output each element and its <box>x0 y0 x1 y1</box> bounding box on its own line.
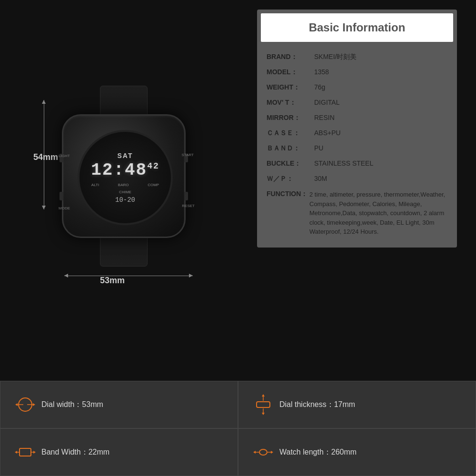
info-row-case: ＣＡＳＥ： ABS+PU <box>267 126 447 141</box>
dial-thickness-icon <box>253 394 274 415</box>
comp-label: COMP <box>148 183 159 187</box>
chime-label: CHIME <box>119 190 131 194</box>
svg-marker-8 <box>262 394 265 397</box>
button-left-bottom[interactable] <box>60 192 63 200</box>
band-width-icon <box>15 442 36 463</box>
watch-day: SAT <box>82 152 169 159</box>
value-mirror: RESIN <box>314 114 447 121</box>
watch-seconds: 42 <box>147 161 159 171</box>
dial-width-icon <box>15 394 36 415</box>
watch-time: 12:4842 <box>82 160 169 180</box>
value-brand: SKMEI/时刻美 <box>314 53 447 61</box>
info-row-movt: MOV' T： DIGITAL <box>267 95 447 110</box>
watch-date: 10-20 <box>82 196 169 204</box>
label-case: ＣＡＳＥ： <box>267 129 314 138</box>
watch-length-label: Watch length：260mm <box>279 447 357 457</box>
stat-watch-length: Watch length：260mm <box>238 428 476 476</box>
label-weight: WEIGHT： <box>267 83 314 92</box>
button-right-bottom[interactable] <box>184 192 188 200</box>
chime-label-row: CHIME <box>82 190 169 194</box>
svg-point-15 <box>259 449 267 455</box>
main-section: 54mm 53mm DUAL TIME SKMEI <box>0 0 476 381</box>
watch-length-icon <box>253 442 274 463</box>
svg-marker-3 <box>15 403 18 406</box>
band-width-value: 22mm <box>89 448 109 456</box>
width-label: 53mm <box>100 276 125 286</box>
dial-thickness-value: 17mm <box>334 400 355 408</box>
dial-thickness-label: Dial thickness：17mm <box>279 400 355 410</box>
value-weight: 76g <box>314 83 447 91</box>
watch-image-side: 54mm 53mm DUAL TIME SKMEI <box>0 0 248 381</box>
svg-marker-9 <box>262 413 265 415</box>
reset-label: RESET <box>182 204 195 208</box>
bottom-stats-strip: Dial width：53mm Dial thickness：17mm Band… <box>0 381 476 476</box>
label-band: ＢＡＮＤ： <box>267 144 314 153</box>
info-side: Basic Information BRAND： SKMEI/时刻美 MODEL… <box>248 0 466 381</box>
svg-marker-4 <box>33 403 35 406</box>
info-row-model: MODEL： 1358 <box>267 65 447 80</box>
start-label: START <box>182 153 194 157</box>
info-row-mirror: MIRROR： RESIN <box>267 110 447 126</box>
svg-marker-18 <box>253 451 256 454</box>
alti-label: ALTI <box>91 183 99 187</box>
stat-dial-thickness: Dial thickness：17mm <box>238 381 476 428</box>
watch-body: DUAL TIME SKMEI PRESSURE WATCH LIGHT MOD… <box>52 86 195 267</box>
label-mirror: MIRROR： <box>267 114 314 122</box>
watch-time-display: 12:48 <box>91 160 147 180</box>
svg-marker-13 <box>15 451 17 454</box>
value-model: 1358 <box>314 68 447 76</box>
mode-label: MODE <box>59 206 70 210</box>
info-row-function: FUNCTION： 2 time, altimeter, pressure, t… <box>267 187 447 240</box>
svg-rect-10 <box>20 448 31 456</box>
svg-rect-5 <box>257 402 270 407</box>
watch-case: DUAL TIME SKMEI PRESSURE WATCH LIGHT MOD… <box>62 114 186 238</box>
value-case: ABS+PU <box>314 129 447 137</box>
value-function: 2 time, altimeter, pressure, thermometer… <box>309 190 447 237</box>
value-wp: 30M <box>314 175 447 182</box>
info-row-buckle: BUCKLE： STAINLESS STEEL <box>267 156 447 171</box>
info-row-wp: Ｗ／Ｐ： 30M <box>267 171 447 187</box>
value-band: PU <box>314 144 447 152</box>
info-card: Basic Information BRAND： SKMEI/时刻美 MODEL… <box>257 10 457 248</box>
stat-dial-width: Dial width：53mm <box>0 381 238 428</box>
value-movt: DIGITAL <box>314 99 447 106</box>
stat-band-width: Band Width：22mm <box>0 428 238 476</box>
label-function: FUNCTION： <box>267 190 309 198</box>
info-header: Basic Information <box>261 13 453 42</box>
watch-label-row: ALTI BARO COMP <box>82 183 169 187</box>
light-label: LIGHT <box>59 154 70 158</box>
watch-dial: SAT 12:4842 ALTI BARO COMP CHIME <box>78 130 173 225</box>
label-model: MODEL： <box>267 68 314 77</box>
info-row-brand: BRAND： SKMEI/时刻美 <box>267 50 447 65</box>
info-body: BRAND： SKMEI/时刻美 MODEL： 1358 WEIGHT： 76g… <box>257 46 457 248</box>
label-brand: BRAND： <box>267 53 314 61</box>
label-movt: MOV' T： <box>267 99 314 107</box>
info-row-weight: WEIGHT： 76g <box>267 80 447 95</box>
value-buckle: STAINLESS STEEL <box>314 159 447 167</box>
dial-width-label: Dial width：53mm <box>41 400 103 410</box>
info-title: Basic Information <box>270 21 444 34</box>
watch-container: 54mm 53mm DUAL TIME SKMEI <box>24 48 224 333</box>
svg-marker-14 <box>33 451 36 454</box>
dial-width-value: 53mm <box>82 400 103 408</box>
label-buckle: BUCKLE： <box>267 159 314 168</box>
svg-marker-19 <box>271 451 273 454</box>
baro-label: BARO <box>118 183 129 187</box>
watch-length-value: 260mm <box>331 448 357 456</box>
band-width-label: Band Width：22mm <box>41 447 109 457</box>
label-wp: Ｗ／Ｐ： <box>267 175 314 183</box>
watch-display: SAT 12:4842 ALTI BARO COMP CHIME <box>79 149 171 206</box>
width-dimension-line <box>64 276 193 276</box>
info-row-band: ＢＡＮＤ： PU <box>267 141 447 156</box>
